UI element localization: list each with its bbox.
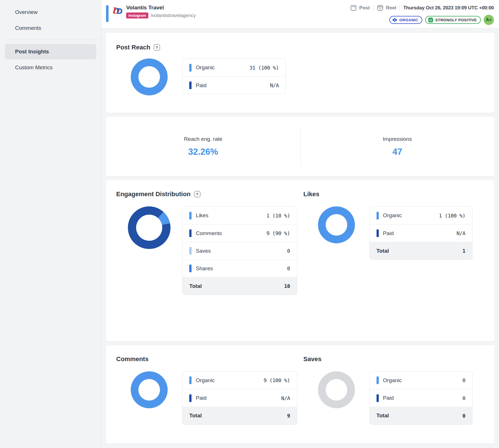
likes-donut-chart xyxy=(318,206,355,243)
legend-swatch xyxy=(189,265,192,272)
comments-title: Comments xyxy=(116,355,149,363)
legend-value: 1 (100 %) xyxy=(439,213,465,219)
legend-value: 31 (100 %) xyxy=(250,65,279,71)
stat-label: Impressions xyxy=(383,136,412,142)
sentiment-badge: STRONGLY POSITIVE xyxy=(425,16,481,24)
main-panel: ƲƊ Volantis Travel Instagram /volantistr… xyxy=(101,0,499,448)
legend-swatch xyxy=(189,394,192,402)
legend-row-paid: Paid N/A xyxy=(182,389,297,407)
legend-label: Comments xyxy=(196,230,222,236)
post-reach-title: Post Reach xyxy=(116,44,150,51)
legend-row-organic: Organic 0 xyxy=(370,372,472,389)
legend-label: Paid xyxy=(196,395,207,401)
legend-swatch xyxy=(189,212,192,219)
stat-label: Reach eng. rate xyxy=(184,136,222,142)
legend-label: Organic xyxy=(196,64,215,71)
likes-legend: Organic 1 (100 %) Paid N/A Total 1 xyxy=(369,206,473,260)
legend-value: 0 xyxy=(462,377,465,383)
legend-row-organic: Organic 9 (100 %) xyxy=(182,372,297,389)
organic-status-badge: ORGANIC xyxy=(389,16,422,24)
post-reach-legend: Organic 31 (100 %) Paid N/A xyxy=(182,58,286,94)
header-meta: Post Reel Thursday Oct 26, 2023 19:09 UT… xyxy=(350,5,494,25)
impressions-stat: Impressions 47 xyxy=(300,136,495,157)
stats-divider xyxy=(300,126,301,167)
legend-swatch xyxy=(189,81,192,89)
legend-label: Likes xyxy=(196,212,208,219)
saves-legend: Organic 0 Paid 0 Total 0 xyxy=(369,371,473,425)
legend-row-likes: Likes 1 (10 %) xyxy=(182,207,297,224)
legend-value: 1 xyxy=(462,248,465,254)
legend-row-total: Total 10 xyxy=(182,277,297,295)
legend-swatch xyxy=(189,376,192,384)
legend-row-total: Total 0 xyxy=(370,407,472,424)
legend-row-shares: Shares 0 xyxy=(182,259,297,277)
legend-label: Paid xyxy=(196,82,207,89)
engagement-distribution-section: Engagement Distribution ? Likes 1 (10 %) xyxy=(116,190,297,341)
legend-value: 9 (90 %) xyxy=(267,230,290,236)
sidebar-item-post-insights[interactable]: Post Insights xyxy=(5,44,96,59)
saves-section: Saves Organic 0 xyxy=(297,355,485,443)
post-insights-content: Post Reach ? Organic 31 (100 %) xyxy=(101,28,499,448)
legend-row-paid: Paid N/A xyxy=(182,76,286,94)
legend-value: 0 xyxy=(462,413,465,419)
likes-section: Likes Organic 1 (100 %) xyxy=(297,190,485,341)
post-icon xyxy=(350,5,357,11)
engagement-donut-chart xyxy=(128,206,171,249)
legend-row-total: Total 1 xyxy=(370,242,472,259)
separator xyxy=(400,5,400,11)
legend-label: Total xyxy=(377,248,389,254)
network-badge: Instagram xyxy=(126,12,148,18)
legend-value: 1 (10 %) xyxy=(267,213,290,219)
grade-badge: A+ xyxy=(484,15,494,25)
legend-label: Paid xyxy=(383,230,394,236)
reel-type-toggle[interactable]: Reel xyxy=(377,5,396,11)
legend-swatch xyxy=(377,229,379,237)
sidebar-item-custom-metrics[interactable]: Custom Metrics xyxy=(5,60,96,75)
accent-bar xyxy=(106,5,109,22)
legend-value: 9 (100 %) xyxy=(263,377,290,383)
legend-row-total: Total 9 xyxy=(182,407,297,424)
legend-row-paid: Paid 0 xyxy=(370,389,472,407)
reach-eng-rate-stat: Reach eng. rate 32.26% xyxy=(106,136,300,157)
reel-icon xyxy=(377,5,384,11)
stat-value: 32.26% xyxy=(188,147,218,157)
sidebar-item-overview[interactable]: Overview xyxy=(5,5,96,20)
post-reach-card: Post Reach ? Organic 31 (100 %) xyxy=(106,33,494,113)
legend-value: 0 xyxy=(287,248,290,254)
separator xyxy=(373,5,373,11)
legend-label: Total xyxy=(377,413,389,419)
comments-saves-card: Comments Organic 9 (100 %) xyxy=(106,345,494,443)
legend-label: Paid xyxy=(383,395,394,401)
legend-row-comments: Comments 9 (90 %) xyxy=(182,224,297,242)
legend-row-organic: Organic 31 (100 %) xyxy=(182,59,286,76)
legend-value: 0 xyxy=(462,395,465,401)
legend-swatch xyxy=(377,212,379,219)
legend-value: 0 xyxy=(287,265,290,271)
account-info: Volantis Travel Instagram /volantistrave… xyxy=(126,5,196,18)
engagement-likes-card: Engagement Distribution ? Likes 1 (10 %) xyxy=(106,180,494,341)
post-reach-donut-chart xyxy=(131,58,168,95)
legend-value: N/A xyxy=(270,82,279,88)
post-type-toggle[interactable]: Post xyxy=(350,5,370,11)
saves-title: Saves xyxy=(303,355,322,363)
legend-value: 10 xyxy=(284,283,290,289)
legend-swatch xyxy=(189,64,192,72)
sidebar-item-comments[interactable]: Comments xyxy=(5,20,96,36)
comments-legend: Organic 9 (100 %) Paid N/A Total 9 xyxy=(182,371,297,425)
account-name: Volantis Travel xyxy=(126,5,196,11)
sidebar: Overview Comments Post Insights Custom M… xyxy=(0,0,101,448)
comments-section: Comments Organic 9 (100 %) xyxy=(116,355,297,443)
legend-swatch xyxy=(189,229,192,237)
help-icon[interactable]: ? xyxy=(194,191,200,197)
legend-label: Organic xyxy=(383,377,402,384)
legend-label: Saves xyxy=(196,248,211,254)
likes-title: Likes xyxy=(303,190,319,198)
app-root: Overview Comments Post Insights Custom M… xyxy=(0,0,499,448)
help-icon[interactable]: ? xyxy=(154,44,160,51)
engagement-legend: Likes 1 (10 %) Comments 9 (90 %) Saves xyxy=(182,206,297,295)
brand-logo: ƲƊ xyxy=(111,5,124,18)
stats-card: Reach eng. rate 32.26% Impressions 47 xyxy=(106,117,494,177)
legend-label: Total xyxy=(189,413,202,419)
legend-label: Organic xyxy=(383,212,402,219)
legend-label: Organic xyxy=(196,377,215,384)
